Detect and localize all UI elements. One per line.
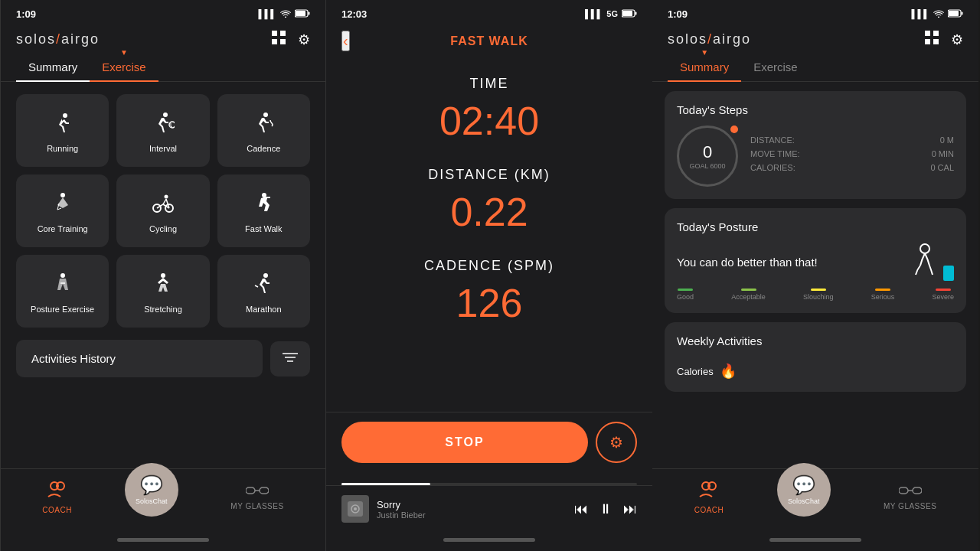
activities-history-button[interactable]: Activities History bbox=[16, 340, 263, 377]
svg-rect-5 bbox=[272, 39, 277, 44]
svg-point-7 bbox=[63, 113, 67, 118]
svg-point-16 bbox=[60, 273, 65, 278]
svg-rect-39 bbox=[925, 39, 930, 44]
bottom-nav-1: COACH 💬 SolosChat MY GLASSES bbox=[1, 468, 325, 532]
wifi-icon-1 bbox=[280, 9, 291, 19]
svg-rect-3 bbox=[272, 31, 277, 36]
tabs-3: ▼ Summary Exercise bbox=[652, 54, 978, 82]
solos-chat-icon-1: 💬 bbox=[140, 474, 163, 496]
legend-serious: Serious bbox=[871, 289, 895, 301]
svg-rect-6 bbox=[280, 39, 286, 44]
svg-rect-38 bbox=[933, 31, 939, 36]
solos-chat-icon-3: 💬 bbox=[792, 474, 815, 496]
svg-point-10 bbox=[263, 112, 268, 117]
movetime-stat: MOVE TIME: 0 MIN bbox=[750, 149, 954, 158]
battery-icon-3 bbox=[948, 9, 963, 19]
music-controls: ⏮ ⏸ ⏭ bbox=[574, 501, 637, 517]
pause-button[interactable]: ⏸ bbox=[599, 501, 612, 517]
tab-exercise-3[interactable]: Exercise bbox=[741, 54, 810, 81]
distance-label: DISTANCE (KM) bbox=[428, 167, 550, 183]
exercise-grid: Running Interval Cadence Core Training C… bbox=[1, 82, 325, 340]
svg-rect-1 bbox=[296, 11, 305, 16]
back-button[interactable]: ‹ bbox=[341, 31, 350, 51]
coach-label-3: COACH bbox=[694, 506, 724, 514]
posture-legend: Good Acceptable Slouching Serious Severe bbox=[677, 289, 954, 301]
cycling-icon bbox=[152, 191, 175, 220]
music-artist: Justin Bieber bbox=[377, 510, 567, 520]
home-indicator-1 bbox=[117, 538, 209, 542]
calories-stat-label: CALORIES: bbox=[750, 163, 795, 172]
svg-rect-44 bbox=[899, 487, 908, 494]
music-thumbnail bbox=[341, 495, 369, 523]
signal-icon-2: ▌▌▌ bbox=[585, 9, 603, 18]
exercise-item-stretching[interactable]: Stretching bbox=[116, 255, 209, 328]
distance-stat-label: DISTANCE: bbox=[750, 135, 795, 145]
exercise-item-posture[interactable]: Posture Exercise bbox=[16, 255, 109, 328]
svg-point-18 bbox=[161, 273, 165, 278]
phone3: 1:09 ▌▌▌ solos/airgo ⚙ ▼ Summary Exe bbox=[652, 0, 978, 551]
app-header-1: solos/airgo ⚙ bbox=[1, 24, 325, 54]
running-label: Running bbox=[47, 144, 78, 153]
weekly-metric-label: Calories bbox=[677, 366, 714, 377]
next-button[interactable]: ⏭ bbox=[623, 501, 637, 517]
exercise-item-cycling[interactable]: Cycling bbox=[116, 174, 209, 247]
svg-rect-30 bbox=[635, 11, 637, 15]
fastwalk-icon bbox=[252, 191, 275, 220]
settings-icon-3[interactable]: ⚙ bbox=[951, 31, 963, 48]
weekly-title: Weekly Activities bbox=[677, 334, 762, 347]
glasses-icon-3 bbox=[899, 485, 922, 499]
coach-nav-1[interactable]: COACH bbox=[42, 481, 72, 514]
status-icons-3: ▌▌▌ bbox=[912, 9, 963, 19]
solos-chat-3[interactable]: 💬 SolosChat bbox=[777, 463, 831, 517]
exercise-item-interval[interactable]: Interval bbox=[116, 94, 209, 167]
glasses-nav-3[interactable]: MY GLASSES bbox=[884, 485, 936, 510]
grid-icon-3[interactable] bbox=[925, 31, 939, 48]
settings-icon-1[interactable]: ⚙ bbox=[298, 31, 310, 48]
time-value: 02:40 bbox=[439, 98, 539, 144]
phone2: 12:03 ▌▌▌ 5G ‹ FAST WALK TIME 02:40 DIST… bbox=[326, 0, 652, 551]
status-icons-2: ▌▌▌ 5G bbox=[585, 9, 637, 19]
bottom-nav-3: COACH 💬 SolosChat MY GLASSES bbox=[652, 468, 978, 532]
marathon-icon bbox=[252, 272, 275, 300]
legend-dot-acceptable bbox=[741, 289, 756, 291]
workout-settings-button[interactable]: ⚙ bbox=[596, 422, 637, 463]
stop-button[interactable]: STOP bbox=[341, 422, 588, 463]
coach-icon-1 bbox=[47, 481, 68, 503]
svg-rect-29 bbox=[622, 11, 632, 16]
core-icon bbox=[51, 191, 74, 220]
filter-button[interactable] bbox=[270, 341, 310, 377]
legend-dot-severe bbox=[936, 289, 951, 291]
exercise-item-cadence[interactable]: Cadence bbox=[217, 94, 310, 167]
posture-icon-area bbox=[910, 243, 954, 281]
exercise-item-fastwalk[interactable]: Fast Walk bbox=[217, 174, 310, 247]
solos-chat-1[interactable]: 💬 SolosChat bbox=[125, 463, 178, 517]
svg-point-41 bbox=[920, 244, 929, 253]
activities-row: Activities History bbox=[16, 340, 310, 377]
5g-icon: 5G bbox=[606, 9, 618, 18]
coach-nav-3[interactable]: COACH bbox=[694, 481, 724, 514]
battery-icon-1 bbox=[295, 9, 310, 19]
cadence-label: Cadence bbox=[247, 144, 280, 153]
calories-stat-val: 0 CAL bbox=[930, 163, 954, 172]
prev-button[interactable]: ⏮ bbox=[574, 501, 588, 517]
exercise-item-marathon[interactable]: Marathon bbox=[217, 255, 310, 328]
tab-exercise-1[interactable]: ▼ Exercise bbox=[90, 54, 158, 81]
tab-summary-1[interactable]: Summary bbox=[16, 54, 90, 81]
glasses-nav-1[interactable]: MY GLASSES bbox=[230, 485, 283, 510]
music-song: Sorry bbox=[377, 499, 567, 510]
weekly-metric-row: Calories 🔥 bbox=[677, 363, 954, 380]
exercise-item-core[interactable]: Core Training bbox=[16, 174, 109, 247]
coach-icon-3 bbox=[698, 481, 720, 503]
movetime-stat-label: MOVE TIME: bbox=[750, 149, 800, 158]
weekly-header: Weekly Activities bbox=[677, 334, 954, 357]
svg-rect-2 bbox=[309, 11, 310, 15]
running-icon bbox=[51, 111, 74, 139]
home-indicator-2 bbox=[443, 538, 535, 542]
cadence-value: 126 bbox=[456, 280, 523, 326]
logo-1: solos/airgo bbox=[16, 31, 100, 47]
svg-rect-45 bbox=[913, 487, 922, 494]
exercise-item-running[interactable]: Running bbox=[16, 94, 109, 167]
tab-summary-3[interactable]: ▼ Summary bbox=[668, 54, 741, 81]
fire-icon: 🔥 bbox=[720, 363, 737, 380]
grid-icon-1[interactable] bbox=[272, 31, 286, 48]
